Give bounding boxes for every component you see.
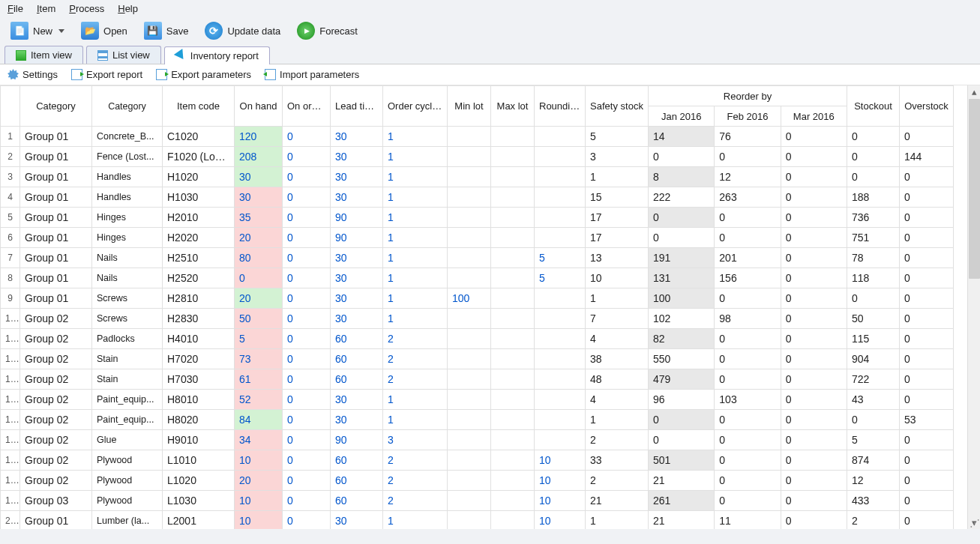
- cell[interactable]: 10: [235, 450, 283, 471]
- cell[interactable]: 874: [847, 450, 900, 471]
- cell[interactable]: 0: [900, 390, 954, 410]
- cell[interactable]: 10: [235, 511, 283, 530]
- cell[interactable]: 76: [715, 127, 781, 147]
- cell[interactable]: 0: [781, 349, 847, 369]
- table-row[interactable]: 6Group 01HingesH2020200901170007510: [1, 228, 954, 248]
- cell[interactable]: 1: [383, 309, 448, 329]
- cell[interactable]: 21: [649, 471, 715, 491]
- cell[interactable]: [535, 147, 586, 167]
- cell[interactable]: 10: [535, 491, 586, 511]
- cell[interactable]: 50: [847, 309, 900, 329]
- update-data-button[interactable]: Update data: [202, 20, 283, 41]
- cell[interactable]: Group 01: [20, 127, 92, 147]
- cell[interactable]: Stain: [92, 369, 163, 390]
- cell[interactable]: [491, 410, 535, 430]
- cell[interactable]: 8: [1, 268, 20, 288]
- header-stockout[interactable]: Stockout: [847, 86, 900, 127]
- cell[interactable]: 0: [781, 127, 847, 147]
- cell[interactable]: 144: [900, 147, 954, 167]
- cell[interactable]: 0: [847, 127, 900, 147]
- table-row[interactable]: 20Group 01Lumber (la...L2001100301101211…: [1, 511, 954, 530]
- cell[interactable]: [491, 167, 535, 187]
- cell[interactable]: C1020: [163, 127, 235, 147]
- cell[interactable]: 2: [383, 349, 448, 369]
- cell[interactable]: 0: [283, 450, 331, 471]
- header-feb[interactable]: Feb 2016: [715, 106, 781, 127]
- header-on-hand[interactable]: On hand: [235, 86, 283, 127]
- cell[interactable]: 98: [715, 309, 781, 329]
- cell[interactable]: 0: [715, 430, 781, 450]
- cell[interactable]: 1: [586, 511, 649, 530]
- cell[interactable]: H4010: [163, 329, 235, 349]
- cell[interactable]: 1: [383, 208, 448, 228]
- table-row[interactable]: 12Group 02StainH702073060238550009040: [1, 349, 954, 369]
- cell[interactable]: H1020: [163, 167, 235, 187]
- header-category2[interactable]: Category: [92, 86, 163, 127]
- cell[interactable]: 8: [649, 167, 715, 187]
- cell[interactable]: 1: [383, 167, 448, 187]
- cell[interactable]: 20: [235, 288, 283, 309]
- cell[interactable]: 1: [383, 288, 448, 309]
- cell[interactable]: 35: [235, 208, 283, 228]
- cell[interactable]: 0: [283, 309, 331, 329]
- cell[interactable]: 0: [283, 288, 331, 309]
- cell[interactable]: Hinges: [92, 228, 163, 248]
- cell[interactable]: 0: [781, 187, 847, 208]
- cell[interactable]: 61: [235, 369, 283, 390]
- cell[interactable]: 30: [331, 390, 383, 410]
- cell[interactable]: 0: [900, 187, 954, 208]
- cell[interactable]: 0: [847, 288, 900, 309]
- cell[interactable]: Group 02: [20, 390, 92, 410]
- cell[interactable]: Group 02: [20, 309, 92, 329]
- cell[interactable]: 13: [1, 369, 20, 390]
- cell[interactable]: 17: [586, 208, 649, 228]
- cell[interactable]: Hinges: [92, 208, 163, 228]
- cell[interactable]: 0: [283, 511, 331, 530]
- cell[interactable]: 736: [847, 208, 900, 228]
- cell[interactable]: 20: [235, 471, 283, 491]
- cell[interactable]: 0: [283, 349, 331, 369]
- cell[interactable]: [491, 309, 535, 329]
- cell[interactable]: 102: [649, 309, 715, 329]
- cell[interactable]: [448, 268, 491, 288]
- cell[interactable]: Plywood: [92, 471, 163, 491]
- cell[interactable]: 60: [331, 491, 383, 511]
- table-row[interactable]: 10Group 02ScrewsH28305003017102980500: [1, 309, 954, 329]
- cell[interactable]: 60: [331, 349, 383, 369]
- table-row[interactable]: 5Group 01HingesH2010350901170007360: [1, 208, 954, 228]
- cell[interactable]: [491, 349, 535, 369]
- cell[interactable]: 60: [331, 369, 383, 390]
- cell[interactable]: [491, 511, 535, 530]
- cell[interactable]: [535, 167, 586, 187]
- cell[interactable]: 38: [586, 349, 649, 369]
- cell[interactable]: 0: [781, 450, 847, 471]
- cell[interactable]: Group 02: [20, 471, 92, 491]
- cell[interactable]: 115: [847, 329, 900, 349]
- cell[interactable]: 0: [283, 127, 331, 147]
- cell[interactable]: 0: [900, 208, 954, 228]
- cell[interactable]: 10: [535, 450, 586, 471]
- header-lead-time[interactable]: Lead time, days: [331, 86, 383, 127]
- cell[interactable]: Group 01: [20, 268, 92, 288]
- cell[interactable]: Paint_equip...: [92, 410, 163, 430]
- cell[interactable]: 1: [586, 288, 649, 309]
- cell[interactable]: 1: [383, 390, 448, 410]
- cell[interactable]: 90: [331, 208, 383, 228]
- cell[interactable]: 0: [900, 369, 954, 390]
- cell[interactable]: Nails: [92, 248, 163, 268]
- cell[interactable]: Plywood: [92, 491, 163, 511]
- cell[interactable]: [535, 430, 586, 450]
- cell[interactable]: Group 01: [20, 288, 92, 309]
- menu-help[interactable]: Help: [118, 3, 138, 14]
- cell[interactable]: 0: [649, 228, 715, 248]
- cell[interactable]: 0: [649, 430, 715, 450]
- cell[interactable]: L1010: [163, 450, 235, 471]
- save-button[interactable]: 💾 Save: [141, 20, 192, 41]
- cell[interactable]: [448, 208, 491, 228]
- cell[interactable]: 0: [900, 309, 954, 329]
- cell[interactable]: 103: [715, 390, 781, 410]
- cell[interactable]: 0: [715, 450, 781, 471]
- cell[interactable]: 80: [235, 248, 283, 268]
- cell[interactable]: 0: [283, 491, 331, 511]
- cell[interactable]: [491, 208, 535, 228]
